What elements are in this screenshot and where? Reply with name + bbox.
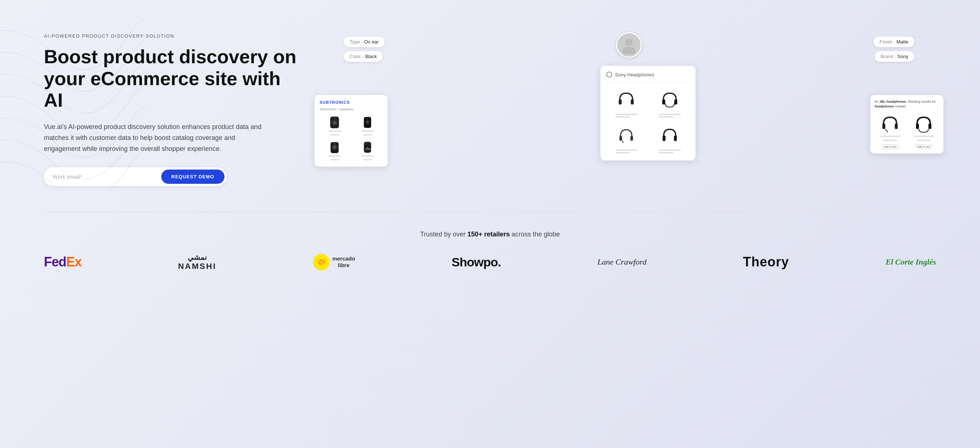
email-input[interactable] xyxy=(52,173,161,180)
page-wrapper: AI-POWERED PRODUCT DISCOVERY SOLUTION Bo… xyxy=(0,0,980,293)
showpo-logo: Showpo. xyxy=(452,255,501,269)
hero-description: Vue.ai's AI-powered product discovery so… xyxy=(44,122,270,154)
svg-point-21 xyxy=(333,146,336,149)
request-demo-button[interactable]: REQUEST DEMO xyxy=(161,170,224,184)
hero-mockup: Type - On ear Color - Black Finish - Mat… xyxy=(322,22,936,197)
speaker-grid: SONY xyxy=(320,115,382,162)
svg-rect-6 xyxy=(619,136,622,141)
elcorteingles-logo: El Corte Inglés xyxy=(886,257,936,267)
lanecrawford-logo: Lane Crawford xyxy=(598,257,646,267)
mercadolibre-logo: 🤝 mercado libre xyxy=(313,254,355,270)
speaker-card xyxy=(320,115,350,137)
svg-rect-31 xyxy=(916,124,919,129)
product-image xyxy=(657,87,683,112)
logos-row: FedEx نمشي NAMSHI 🤝 mercado libre xyxy=(44,253,936,271)
product-card xyxy=(650,87,690,119)
namshi-logo: نمشي NAMSHI xyxy=(178,253,216,271)
product-card xyxy=(650,122,690,154)
mercado-icon: 🤝 xyxy=(313,254,329,270)
svg-rect-32 xyxy=(928,124,931,129)
svg-point-18 xyxy=(367,118,369,119)
add-to-cart-button[interactable]: Add to cart xyxy=(915,145,932,149)
svg-point-1 xyxy=(622,47,636,54)
result-card: Add to cart xyxy=(875,112,905,149)
subtronics-logo: SUBTRONICS xyxy=(320,100,382,105)
svg-line-30 xyxy=(885,129,888,132)
svg-point-0 xyxy=(625,39,633,46)
search-icon xyxy=(606,71,612,78)
results-notice: for JBL headphones. Showing results for … xyxy=(875,99,939,108)
product-card xyxy=(606,87,646,119)
avatar xyxy=(616,32,642,58)
results-panel: for JBL headphones. Showing results for … xyxy=(870,95,943,154)
eyebrow-text: AI-POWERED PRODUCT DISCOVERY SOLUTION xyxy=(44,33,300,39)
product-card xyxy=(606,122,646,154)
svg-point-17 xyxy=(366,121,369,124)
fedex-logo: FedEx xyxy=(44,254,81,270)
svg-rect-3 xyxy=(631,99,634,105)
speaker-card xyxy=(353,115,382,137)
svg-rect-29 xyxy=(895,124,898,129)
finish-pill: Finish - Matte xyxy=(873,37,914,47)
color-pill: Color - Black xyxy=(344,51,382,62)
product-grid xyxy=(606,87,690,154)
svg-rect-2 xyxy=(619,99,622,105)
type-pill: Type - On ear xyxy=(344,37,385,47)
svg-line-8 xyxy=(622,141,624,143)
speaker-card: SONY xyxy=(353,140,382,162)
breadcrumb-mini: Electronics > Speakers xyxy=(320,107,382,111)
hero-title: Boost product discovery on your eCommerc… xyxy=(44,46,300,111)
svg-point-14 xyxy=(334,117,336,119)
search-query: Sony Headphones xyxy=(615,72,654,78)
trusted-text: Trusted by over 150+ retailers across th… xyxy=(44,230,936,238)
search-panel: Sony Headphones xyxy=(600,66,695,160)
svg-text:SONY: SONY xyxy=(365,148,372,150)
svg-point-26 xyxy=(367,143,369,145)
email-form: REQUEST DEMO xyxy=(44,167,227,186)
svg-rect-5 xyxy=(674,99,677,105)
svg-point-22 xyxy=(334,143,336,145)
svg-point-13 xyxy=(333,121,336,124)
speaker-card xyxy=(320,140,350,162)
product-image xyxy=(657,122,683,148)
result-card: Add to cart xyxy=(908,112,939,149)
product-image xyxy=(614,87,639,112)
results-grid: Add to cart Add to cart xyxy=(875,112,939,149)
theory-logo: Theory xyxy=(743,254,789,270)
svg-rect-9 xyxy=(663,135,665,141)
hero-section: AI-POWERED PRODUCT DISCOVERY SOLUTION Bo… xyxy=(0,0,980,212)
hero-left: AI-POWERED PRODUCT DISCOVERY SOLUTION Bo… xyxy=(44,33,300,186)
search-bar: Sony Headphones xyxy=(606,71,690,82)
trusted-section: Trusted by over 150+ retailers across th… xyxy=(0,212,980,293)
svg-rect-7 xyxy=(630,136,633,141)
subtronics-panel: SUBTRONICS Electronics > Speakers xyxy=(315,95,388,167)
brand-pill: Brand - Sony xyxy=(875,51,914,62)
add-to-cart-button[interactable]: Add to cart xyxy=(881,145,899,149)
svg-rect-10 xyxy=(674,135,677,141)
product-image xyxy=(614,122,639,148)
svg-rect-4 xyxy=(662,99,665,105)
svg-rect-28 xyxy=(882,124,885,129)
